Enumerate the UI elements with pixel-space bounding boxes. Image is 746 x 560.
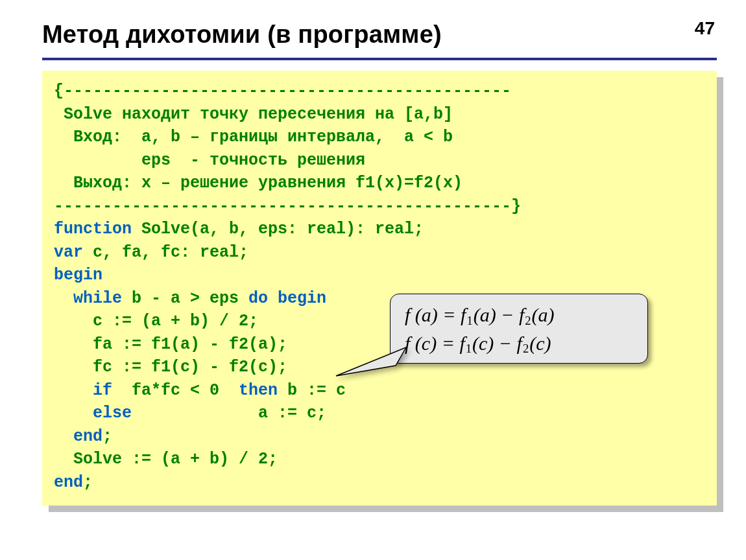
formula-text: (a) bbox=[532, 304, 555, 325]
subscript: 2 bbox=[524, 314, 531, 327]
code-line: Solve находит точку пересечения на [a,b] bbox=[54, 105, 453, 124]
keyword-begin: begin bbox=[54, 266, 102, 285]
code-container: {---------------------------------------… bbox=[42, 71, 717, 506]
code-line: ----------------------------------------… bbox=[54, 197, 521, 216]
keyword-while: while bbox=[54, 289, 122, 308]
formula-text: f (a) = f bbox=[405, 304, 466, 325]
code-text: Solve(a, b, eps: real): real; bbox=[132, 220, 424, 239]
keyword-do-begin: do begin bbox=[248, 289, 326, 308]
code-text: ; bbox=[83, 473, 93, 492]
code-line: fa := f1(a) - f2(a); bbox=[54, 335, 287, 354]
svg-marker-0 bbox=[336, 347, 406, 376]
slide-title: Метод дихотомии (в программе) bbox=[42, 21, 717, 49]
page-number: 47 bbox=[695, 18, 715, 39]
code-text: a := c; bbox=[132, 404, 326, 423]
keyword-end: end bbox=[54, 427, 102, 446]
formula-text: (c) bbox=[529, 332, 551, 354]
keyword-var: var bbox=[54, 243, 83, 262]
code-line: Solve := (a + b) / 2; bbox=[54, 450, 278, 469]
formula-text: (c) − f bbox=[472, 332, 522, 354]
callout-tail-icon bbox=[336, 349, 411, 381]
formula-line-1: f (a) = f1(a) − f2(a) bbox=[405, 301, 636, 329]
subscript: 1 bbox=[466, 314, 473, 327]
code-text: ; bbox=[102, 427, 112, 446]
code-line: eps - точность решения bbox=[54, 151, 365, 170]
keyword-end: end bbox=[54, 473, 83, 492]
code-text: b := c bbox=[278, 381, 346, 400]
subscript: 2 bbox=[522, 342, 529, 355]
code-line: fc := f1(c) - f2(c); bbox=[54, 358, 287, 377]
formula-text: f (c) = f bbox=[405, 332, 465, 354]
code-line: {---------------------------------------… bbox=[54, 82, 511, 100]
code-text: c, fa, fc: real; bbox=[83, 243, 248, 262]
code-line: Вход: a, b – границы интервала, a < b bbox=[54, 128, 453, 146]
code-line: c := (a + b) / 2; bbox=[54, 312, 258, 331]
formula-line-2: f (c) = f1(c) − f2(c) bbox=[405, 329, 636, 358]
formula-text: (a) − f bbox=[474, 304, 525, 325]
keyword-function: function bbox=[54, 220, 132, 239]
formula-callout: f (a) = f1(a) − f2(a) f (c) = f1(c) − f2… bbox=[390, 294, 648, 364]
keyword-else: else bbox=[54, 404, 132, 423]
keyword-then: then bbox=[239, 381, 278, 400]
title-underline bbox=[42, 58, 717, 60]
keyword-if: if bbox=[54, 381, 112, 400]
code-text: b - a > eps bbox=[122, 289, 248, 308]
slide: 47 Метод дихотомии (в программе) {------… bbox=[0, 0, 746, 560]
code-line: Выход: x – решение уравнения f1(x)=f2(x) bbox=[54, 174, 463, 192]
code-text: fa*fc < 0 bbox=[112, 381, 239, 400]
subscript: 1 bbox=[465, 342, 472, 355]
code-block: {---------------------------------------… bbox=[42, 71, 717, 506]
